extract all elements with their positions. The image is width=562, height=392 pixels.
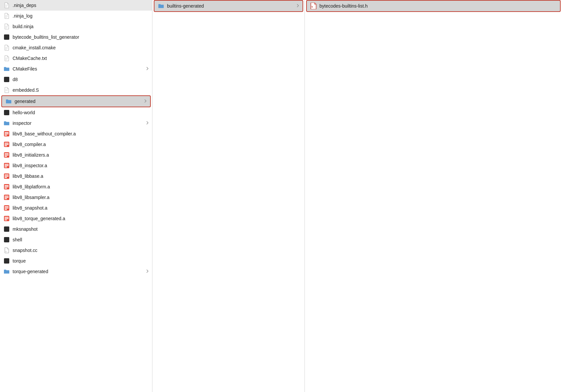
item-name: cmake_install.cmake bbox=[13, 45, 149, 50]
item-name: mksnapshot bbox=[13, 226, 149, 232]
list-item-libv8_inspector_a[interactable]: libv8_inspector.a bbox=[0, 160, 152, 171]
chevron-right-icon bbox=[297, 4, 299, 9]
svg-rect-35 bbox=[5, 167, 7, 168]
column-2: builtins-generated bbox=[152, 0, 305, 392]
lib-icon bbox=[3, 173, 10, 179]
svg-rect-38 bbox=[5, 176, 9, 177]
svg-rect-29 bbox=[5, 153, 9, 154]
list-item-ninja_deps[interactable]: .ninja_deps bbox=[0, 0, 152, 11]
svg-rect-26 bbox=[5, 144, 9, 145]
list-item-cmakecache_txt[interactable]: CMakeCache.txt bbox=[0, 53, 152, 64]
finder-window: .ninja_deps .ninja_log build.ninja bytec… bbox=[0, 0, 562, 392]
list-item-bytecodes_builtins_list_h[interactable]: h bytecodes-builtins-list.h bbox=[306, 0, 561, 12]
lib-icon bbox=[3, 194, 10, 201]
list-item-hello_world[interactable]: hello-world bbox=[0, 107, 152, 118]
item-name: libv8_libplatform.a bbox=[13, 184, 149, 189]
list-item-inspector[interactable]: inspector bbox=[0, 118, 152, 128]
item-name: libv8_compiler.a bbox=[13, 142, 149, 147]
chevron-right-icon bbox=[146, 67, 149, 72]
lib-icon bbox=[3, 130, 10, 137]
svg-rect-34 bbox=[5, 165, 9, 166]
list-item-bytecode_builtins_list_generator[interactable]: bytecode_builtins_list_generator bbox=[0, 32, 152, 42]
doc_asm-icon bbox=[3, 87, 10, 93]
svg-rect-43 bbox=[5, 188, 7, 189]
svg-text:cc: cc bbox=[5, 251, 7, 252]
binary-icon bbox=[3, 226, 10, 232]
chevron-right-icon bbox=[146, 121, 149, 126]
item-name: snapshot.cc bbox=[13, 248, 149, 253]
list-item-libv8_libbase_a[interactable]: libv8_libbase.a bbox=[0, 171, 152, 181]
list-item-builtins_generated[interactable]: builtins-generated bbox=[154, 0, 303, 12]
column-1: .ninja_deps .ninja_log build.ninja bytec… bbox=[0, 0, 152, 392]
list-item-libv8_snapshot_a[interactable]: libv8_snapshot.a bbox=[0, 203, 152, 213]
list-item-libv8_base_without_compiler_a[interactable]: libv8_base_without_compiler.a bbox=[0, 128, 152, 139]
list-item-cmakefiles[interactable]: CMakeFiles bbox=[0, 64, 152, 74]
svg-rect-56 bbox=[4, 226, 9, 232]
item-name: embedded.S bbox=[13, 87, 149, 93]
binary-icon bbox=[3, 258, 10, 264]
binary-icon bbox=[3, 109, 10, 116]
binary-icon bbox=[3, 236, 10, 243]
list-item-d8[interactable]: d8 bbox=[0, 74, 152, 85]
item-name: inspector bbox=[13, 121, 146, 126]
doc-icon bbox=[3, 44, 10, 51]
list-item-libv8_torque_generated_a[interactable]: libv8_torque_generated.a bbox=[0, 213, 152, 224]
svg-rect-54 bbox=[5, 218, 9, 219]
lib-icon bbox=[3, 183, 10, 190]
item-name: d8 bbox=[13, 77, 149, 82]
doc_txt-icon bbox=[3, 55, 10, 62]
list-item-ninja_log[interactable]: .ninja_log bbox=[0, 11, 152, 21]
item-name: builtins-generated bbox=[167, 3, 297, 9]
svg-rect-19 bbox=[4, 110, 9, 115]
header-icon: h bbox=[310, 3, 317, 9]
item-name: generated bbox=[15, 99, 144, 104]
doc_cc-icon: cc bbox=[3, 247, 10, 254]
svg-rect-53 bbox=[5, 217, 9, 218]
item-name: CMakeCache.txt bbox=[13, 56, 149, 61]
folder-icon bbox=[3, 120, 10, 126]
list-item-snapshot_cc[interactable]: cc snapshot.cc bbox=[0, 245, 152, 256]
doc-icon bbox=[3, 2, 10, 9]
doc-icon bbox=[3, 13, 10, 19]
item-name: libv8_inspector.a bbox=[13, 163, 149, 168]
svg-rect-59 bbox=[4, 258, 9, 264]
lib-icon bbox=[3, 141, 10, 148]
list-item-embedded_s[interactable]: embedded.S bbox=[0, 85, 152, 95]
svg-rect-16 bbox=[4, 77, 9, 82]
list-item-mksnapshot[interactable]: mksnapshot bbox=[0, 224, 152, 234]
item-name: libv8_initializers.a bbox=[13, 152, 149, 158]
list-item-libv8_libplatform_a[interactable]: libv8_libplatform.a bbox=[0, 181, 152, 192]
list-item-torque_generated[interactable]: torque-generated bbox=[0, 266, 152, 277]
chevron-right-icon bbox=[144, 99, 147, 104]
list-item-libv8_compiler_a[interactable]: libv8_compiler.a bbox=[0, 139, 152, 150]
list-item-generated[interactable]: generated bbox=[1, 95, 151, 107]
list-item-build_ninja[interactable]: build.ninja bbox=[0, 21, 152, 32]
list-item-libv8_initializers_a[interactable]: libv8_initializers.a bbox=[0, 150, 152, 160]
item-name: libv8_torque_generated.a bbox=[13, 216, 149, 221]
svg-rect-33 bbox=[5, 164, 9, 165]
svg-rect-51 bbox=[5, 209, 7, 210]
svg-text:h: h bbox=[311, 6, 313, 8]
lib-icon bbox=[3, 205, 10, 211]
svg-rect-42 bbox=[5, 186, 9, 187]
svg-rect-22 bbox=[5, 133, 9, 134]
column-3: h bytecodes-builtins-list.h bbox=[305, 0, 562, 392]
svg-rect-47 bbox=[5, 198, 7, 199]
list-item-shell[interactable]: shell bbox=[0, 234, 152, 245]
item-name: torque-generated bbox=[13, 269, 146, 274]
svg-rect-23 bbox=[5, 135, 7, 136]
svg-rect-55 bbox=[5, 220, 7, 220]
list-item-torque[interactable]: torque bbox=[0, 256, 152, 266]
lib-icon bbox=[3, 215, 10, 222]
list-item-cmake_install_cmake[interactable]: cmake_install.cmake bbox=[0, 42, 152, 53]
binary-icon bbox=[3, 34, 10, 40]
svg-rect-30 bbox=[5, 155, 9, 156]
svg-rect-27 bbox=[5, 145, 7, 146]
svg-rect-50 bbox=[5, 208, 9, 209]
svg-rect-57 bbox=[4, 237, 9, 242]
chevron-right-icon bbox=[146, 269, 149, 274]
svg-rect-46 bbox=[5, 197, 9, 198]
item-name: shell bbox=[13, 237, 149, 242]
item-name: hello-world bbox=[13, 110, 149, 115]
list-item-libv8_libsampler_a[interactable]: libv8_libsampler.a bbox=[0, 192, 152, 203]
